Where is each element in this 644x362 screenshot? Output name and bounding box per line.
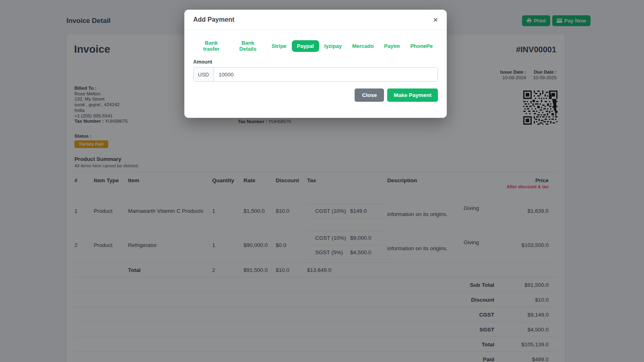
amount-input-group: USD	[193, 67, 438, 82]
close-button[interactable]: Close	[355, 88, 384, 102]
modal-body: Bank trasfer Bank Details Stripe Paypal …	[184, 30, 447, 118]
tab-stripe[interactable]: Stripe	[266, 40, 292, 52]
tab-bank-details[interactable]: Bank Details	[229, 37, 266, 55]
modal-footer: Close Make Payment	[193, 88, 438, 102]
tab-phonepe[interactable]: PhonePe	[405, 40, 438, 52]
make-payment-button[interactable]: Make Payment	[387, 88, 438, 102]
amount-input[interactable]	[214, 68, 438, 81]
close-icon[interactable]: ×	[433, 16, 438, 24]
modal-title: Add Payment	[193, 16, 234, 23]
tab-iyzipay[interactable]: Iyzipay	[319, 40, 347, 52]
amount-label: Amount	[193, 59, 438, 65]
payment-method-tabs: Bank trasfer Bank Details Stripe Paypal …	[193, 37, 438, 55]
add-payment-modal: Add Payment × Bank trasfer Bank Details …	[184, 10, 447, 118]
tab-bank-transfer[interactable]: Bank trasfer	[193, 37, 229, 55]
tab-paypal[interactable]: Paypal	[292, 40, 319, 52]
modal-header: Add Payment ×	[184, 10, 447, 30]
tab-paytm[interactable]: Paytm	[379, 40, 405, 52]
currency-addon: USD	[194, 68, 214, 81]
tab-mercado[interactable]: Mercado	[347, 40, 379, 52]
